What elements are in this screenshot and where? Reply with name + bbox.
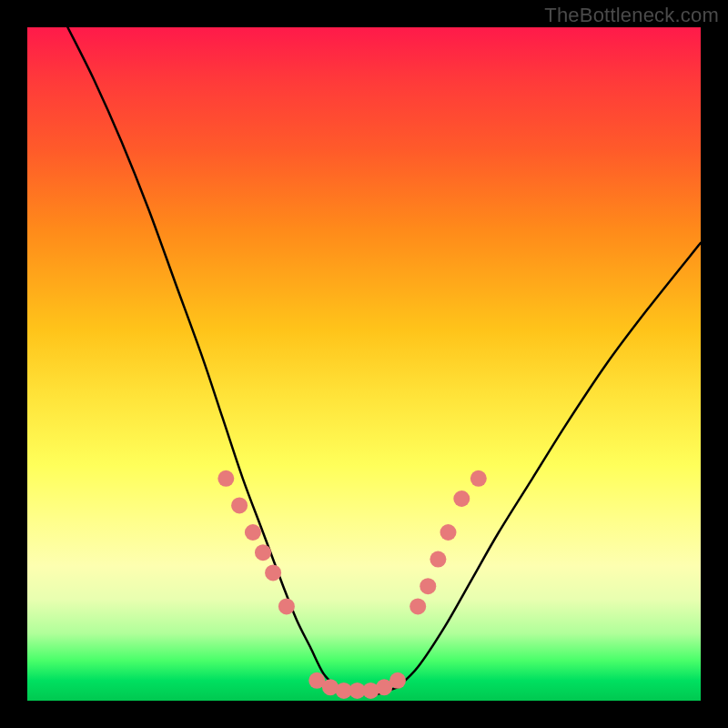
data-marker xyxy=(265,564,281,581)
curve-right-curve xyxy=(398,243,701,687)
data-marker xyxy=(389,672,406,689)
data-marker xyxy=(245,524,261,541)
data-marker xyxy=(420,578,436,594)
data-marker xyxy=(231,497,248,513)
data-marker xyxy=(470,470,487,487)
marker-group xyxy=(217,470,487,699)
data-marker xyxy=(453,490,470,507)
curve-left-curve xyxy=(67,27,337,687)
gradient-plot-area xyxy=(27,27,701,701)
data-marker xyxy=(217,470,234,487)
watermark-text: TheBottleneck.com xyxy=(544,4,719,27)
curve-overlay xyxy=(27,27,701,701)
data-marker xyxy=(430,551,446,568)
data-marker xyxy=(278,598,295,614)
chart-frame: TheBottleneck.com xyxy=(0,0,728,728)
data-marker xyxy=(440,524,457,541)
data-marker xyxy=(255,544,271,561)
data-marker xyxy=(410,598,426,614)
line-group xyxy=(67,27,701,694)
